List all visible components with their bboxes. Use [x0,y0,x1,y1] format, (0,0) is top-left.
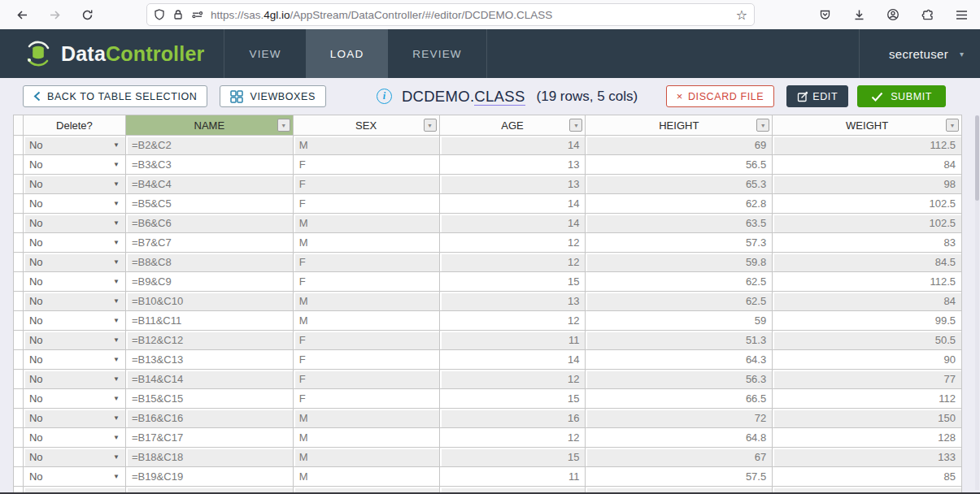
row-handle[interactable] [14,175,24,194]
cell-name[interactable]: =B6&C6 [126,214,294,233]
cell-age[interactable]: 14 [440,194,586,214]
cell-weight[interactable]: 84 [773,155,962,175]
cell-sex[interactable]: M [294,214,440,233]
delete-dropdown[interactable]: No▼ [24,311,126,331]
cell-height[interactable]: 65.3 [586,175,773,194]
delete-dropdown[interactable]: No▼ [24,467,126,487]
delete-dropdown[interactable]: No▼ [24,292,126,311]
row-handle[interactable] [14,370,24,389]
pocket-icon[interactable] [814,4,835,25]
row-handle[interactable] [14,272,24,292]
cell-sex[interactable]: M [294,292,440,311]
app-logo[interactable]: DataController [23,29,204,78]
cell-age[interactable]: 12 [440,428,586,448]
cell-weight[interactable]: 112.5 [773,136,962,155]
cell-age[interactable]: 11 [440,467,586,487]
user-menu[interactable]: secretuser ▾ [859,29,964,78]
cell-weight[interactable]: 77 [773,370,962,389]
cell-height[interactable]: 56.5 [586,155,773,175]
cell-sex[interactable]: M [294,428,440,448]
cell-name[interactable]: =B8&C8 [126,253,294,272]
delete-dropdown[interactable]: No▼ [24,155,126,175]
shield-icon[interactable] [154,9,165,20]
cell-weight[interactable]: 112.5 [773,272,962,292]
column-header-sex[interactable]: SEX▼ [294,115,440,136]
cell-height[interactable]: 59 [586,311,773,331]
cell-weight[interactable]: 98 [773,175,962,194]
info-icon[interactable]: i [377,89,392,104]
cell-age[interactable]: 12 [440,233,586,253]
filter-button[interactable]: ▼ [277,119,290,132]
cell-name[interactable]: =B5&C5 [126,194,294,214]
cell-age[interactable]: 15 [440,448,586,467]
cell-sex[interactable]: F [294,370,440,389]
cell-age[interactable]: 14 [440,350,586,370]
cell-weight[interactable]: 83 [773,233,962,253]
cell-sex[interactable]: F [294,194,440,214]
delete-dropdown[interactable]: No▼ [24,136,126,155]
cell-height[interactable]: 51.3 [586,331,773,350]
viewboxes-button[interactable]: VIEWBOXES [220,85,325,107]
menu-icon[interactable] [951,4,972,25]
cell-weight[interactable]: 99.5 [773,311,962,331]
vertical-scrollbar[interactable] [975,115,979,490]
delete-dropdown[interactable]: No▼ [24,428,126,448]
delete-dropdown[interactable]: No▼ [24,389,126,409]
delete-dropdown[interactable]: No▼ [24,214,126,233]
cell-weight[interactable]: 102.5 [773,214,962,233]
cell-name[interactable]: =B17&C17 [126,428,294,448]
cell-age[interactable]: 11 [440,331,586,350]
row-handle[interactable] [14,331,24,350]
discard-file-button[interactable]: × DISCARD FILE [666,85,775,107]
cell-sex[interactable]: M [294,233,440,253]
cell-height[interactable]: 66.5 [586,389,773,409]
cell-age[interactable]: 16 [440,409,586,428]
cell-name[interactable]: =B11&C11 [126,311,294,331]
column-header-name[interactable]: NAME▼ [126,115,294,136]
cell-sex[interactable]: M [294,467,440,487]
delete-dropdown[interactable]: No▼ [24,194,126,214]
cell-age[interactable]: 12 [440,253,586,272]
browser-forward-button[interactable] [44,4,65,25]
cell-weight[interactable]: 112 [773,389,962,409]
account-icon[interactable] [882,4,904,25]
scrollbar-thumb[interactable] [975,115,979,201]
delete-dropdown[interactable]: No▼ [24,409,126,428]
extensions-icon[interactable] [917,4,938,25]
row-handle[interactable] [14,350,24,370]
cell-sex[interactable]: F [294,331,440,350]
column-header-weight[interactable]: WEIGHT▼ [773,115,962,136]
cell-weight[interactable]: 50.5 [773,331,962,350]
cell-weight[interactable]: 102.5 [773,194,962,214]
cell-name[interactable]: =B3&C3 [126,155,294,175]
cell-age[interactable]: 13 [440,175,586,194]
cell-sex[interactable]: M [294,311,440,331]
cell-sex[interactable]: F [294,272,440,292]
delete-dropdown[interactable]: No▼ [24,370,126,389]
row-handle[interactable] [14,292,24,311]
cell-weight[interactable]: 90 [773,350,962,370]
cell-name[interactable]: =B7&C7 [126,233,294,253]
cell-weight[interactable]: 133 [773,448,962,467]
cell-name[interactable]: =B14&C14 [126,370,294,389]
cell-age[interactable]: 12 [440,370,586,389]
nav-item-review[interactable]: REVIEW [388,29,486,78]
filter-button[interactable]: ▼ [569,119,582,132]
cell-name[interactable]: =B12&C12 [126,331,294,350]
row-handle[interactable] [14,233,24,253]
delete-dropdown[interactable]: No▼ [24,448,126,467]
cell-height[interactable]: 57.5 [586,467,773,487]
table-name-link[interactable]: CLASS [474,88,525,106]
row-handle[interactable] [14,214,24,233]
cell-age[interactable]: 12 [440,311,586,331]
cell-name[interactable]: =B16&C16 [126,409,294,428]
cell-height[interactable]: 59.8 [586,253,773,272]
cell-name[interactable]: =B19&C19 [126,467,294,487]
cell-sex[interactable]: F [294,175,440,194]
row-handle[interactable] [14,311,24,331]
cell-height[interactable]: 64.8 [586,428,773,448]
cell-height[interactable]: 64.3 [586,350,773,370]
row-handle[interactable] [14,448,24,467]
cell-age[interactable]: 15 [440,389,586,409]
browser-reload-button[interactable] [76,4,98,25]
